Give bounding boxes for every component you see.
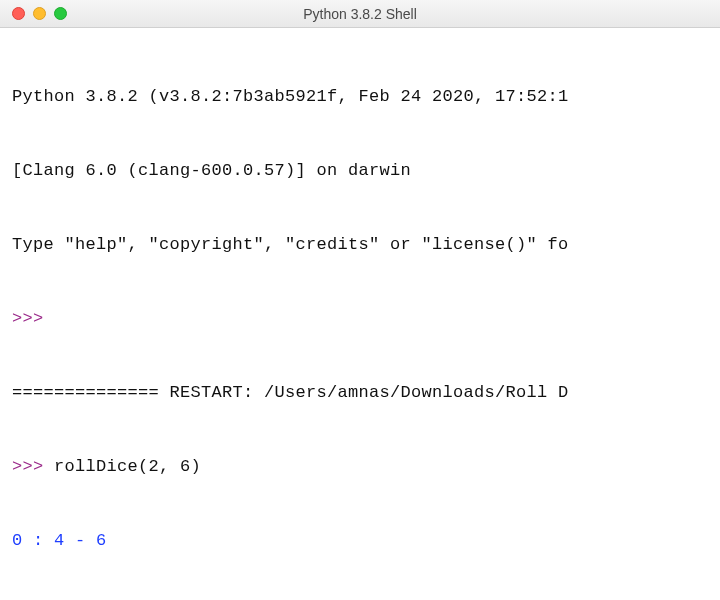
minimize-icon[interactable]: [33, 7, 46, 20]
prompt: >>>: [12, 309, 54, 328]
window-titlebar: Python 3.8.2 Shell: [0, 0, 720, 28]
close-icon[interactable]: [12, 7, 25, 20]
banner-line: Python 3.8.2 (v3.8.2:7b3ab5921f, Feb 24 …: [12, 85, 708, 110]
banner-line: [Clang 6.0 (clang-600.0.57)] on darwin: [12, 159, 708, 184]
traffic-lights: [0, 7, 67, 20]
terminal-area[interactable]: Python 3.8.2 (v3.8.2:7b3ab5921f, Feb 24 …: [0, 28, 720, 600]
repl-input: rollDice(2, 6): [54, 457, 201, 476]
maximize-icon[interactable]: [54, 7, 67, 20]
repl-output: 0 : 4 - 6: [12, 529, 708, 554]
banner-line: Type "help", "copyright", "credits" or "…: [12, 233, 708, 258]
prompt: >>>: [12, 457, 54, 476]
window-title: Python 3.8.2 Shell: [0, 6, 720, 22]
restart-line: ============== RESTART: /Users/amnas/Dow…: [12, 381, 708, 406]
